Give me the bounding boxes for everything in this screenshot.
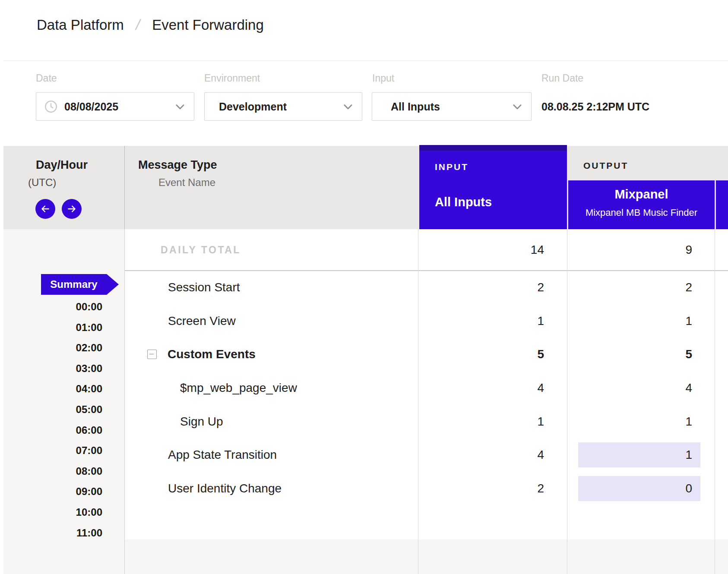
table-row-screen-view: Screen View 1 1	[125, 304, 728, 338]
row-output-value: 1	[568, 304, 692, 338]
table-row-app-state-transition: App State Transition 4 1	[125, 438, 728, 472]
rail-divider-line	[124, 229, 125, 574]
hour-rail: Summary 00:00 01:00 02:00 03:00 04:00 05…	[3, 229, 124, 574]
input-column-line	[418, 229, 418, 574]
row-input-value: 4	[419, 438, 544, 472]
input-column-cap	[419, 145, 567, 151]
daily-total-input-value: 14	[419, 229, 544, 271]
hour-item-05[interactable]: 05:00	[33, 403, 102, 416]
hour-item-01[interactable]: 01:00	[33, 321, 102, 334]
daily-total-output-value: 9	[568, 229, 692, 271]
date-value: 08/08/2025	[64, 101, 118, 113]
output-column-label: OUTPUT	[583, 161, 628, 171]
output-column-line	[567, 229, 567, 574]
arrow-right-icon	[66, 203, 77, 214]
hour-item-09[interactable]: 09:00	[33, 485, 102, 498]
hour-item-02[interactable]: 02:00	[33, 341, 102, 355]
hour-item-00[interactable]: 00:00	[33, 300, 102, 314]
output-connector-header[interactable]: Mixpanel Mixpanel MB Music Finder	[568, 180, 715, 229]
row-input-value: 4	[419, 371, 544, 405]
row-label: Session Start	[168, 281, 240, 294]
row-label: Custom Events	[168, 347, 256, 361]
page-title: Event Forwarding	[152, 17, 264, 33]
chevron-down-icon	[174, 101, 186, 113]
next-connector-header-partial[interactable]	[716, 180, 728, 229]
next-hour-button[interactable]	[62, 199, 82, 219]
hour-item-04[interactable]: 04:00	[33, 382, 102, 396]
row-output-value: 5	[568, 337, 692, 371]
clock-icon	[44, 99, 58, 114]
date-filter-label: Date	[36, 73, 57, 84]
header-divider	[3, 60, 728, 61]
day-hour-title: Day/Hour	[36, 158, 88, 172]
row-input-value: 1	[419, 405, 544, 438]
input-filter-label: Input	[372, 73, 394, 84]
collapse-toggle-icon[interactable]	[147, 350, 157, 359]
footer-strip	[3, 539, 728, 574]
hour-item-06[interactable]: 06:00	[33, 423, 102, 437]
summary-badge-label: Summary	[41, 274, 107, 295]
row-output-value: 4	[568, 371, 692, 405]
environment-value: Development	[219, 101, 287, 113]
input-dropdown[interactable]: All Inputs	[372, 92, 532, 121]
run-date-value: 08.08.25 2:12PM UTC	[541, 101, 649, 113]
row-output-value[interactable]: 0	[568, 472, 692, 505]
breadcrumb: Data Platform / Event Forwarding	[37, 16, 264, 33]
hour-item-03[interactable]: 03:00	[33, 362, 102, 375]
event-forwarding-page: Data Platform / Event Forwarding Date En…	[0, 0, 728, 574]
connector-subtitle: Mixpanel MB Music Finder	[568, 207, 715, 218]
day-hour-subtitle: (UTC)	[28, 177, 56, 189]
header-column-divider	[124, 146, 125, 229]
input-column-name: All Inputs	[435, 195, 492, 209]
run-date-label: Run Date	[541, 73, 583, 84]
hour-item-08[interactable]: 08:00	[33, 464, 102, 478]
input-column-header[interactable]: INPUT All Inputs	[419, 145, 567, 229]
hour-item-07[interactable]: 07:00	[33, 444, 102, 457]
row-input-value: 5	[419, 337, 544, 371]
input-value: All Inputs	[391, 101, 440, 113]
next-column-line	[715, 229, 715, 574]
table-row-mp-web-page-view: $mp_web_page_view 4 4	[125, 371, 728, 405]
row-output-value: 2	[568, 271, 692, 304]
arrow-left-icon	[40, 203, 51, 214]
row-label: Screen View	[168, 314, 236, 328]
daily-total-label: DAILY TOTAL	[161, 244, 241, 256]
table-row-user-identity-change: User Identity Change 2 0	[125, 472, 728, 505]
row-input-value: 2	[419, 472, 544, 505]
hour-item-11[interactable]: 11:00	[33, 526, 102, 540]
message-type-title: Message Type	[138, 158, 217, 172]
row-label: User Identity Change	[168, 482, 282, 495]
summary-badge-arrow	[107, 274, 119, 295]
input-column-label: INPUT	[435, 162, 468, 172]
table-row-session-start: Session Start 2 2	[125, 271, 728, 304]
breadcrumb-separator: /	[134, 16, 142, 33]
chevron-down-icon	[342, 101, 354, 113]
row-output-value: 1	[568, 405, 692, 438]
environment-filter-label: Environment	[204, 73, 260, 84]
daily-total-row: DAILY TOTAL 14 9	[125, 229, 728, 271]
table-row-sign-up: Sign Up 1 1	[125, 405, 728, 438]
row-label: $mp_web_page_view	[180, 381, 297, 395]
chevron-down-icon	[511, 101, 523, 113]
date-dropdown[interactable]: 08/08/2025	[36, 92, 194, 121]
environment-dropdown[interactable]: Development	[204, 92, 362, 121]
row-label: App State Transition	[168, 448, 277, 462]
connector-name: Mixpanel	[568, 187, 715, 202]
row-label: Sign Up	[180, 415, 223, 429]
hour-item-10[interactable]: 10:00	[33, 505, 102, 519]
row-output-value[interactable]: 1	[568, 438, 692, 472]
row-input-value: 2	[419, 271, 544, 304]
prev-hour-button[interactable]	[35, 199, 55, 219]
row-input-value: 1	[419, 304, 544, 338]
breadcrumb-section[interactable]: Data Platform	[37, 17, 124, 33]
table-row-custom-events: Custom Events 5 5	[125, 337, 728, 371]
event-name-subtitle: Event Name	[158, 177, 215, 189]
